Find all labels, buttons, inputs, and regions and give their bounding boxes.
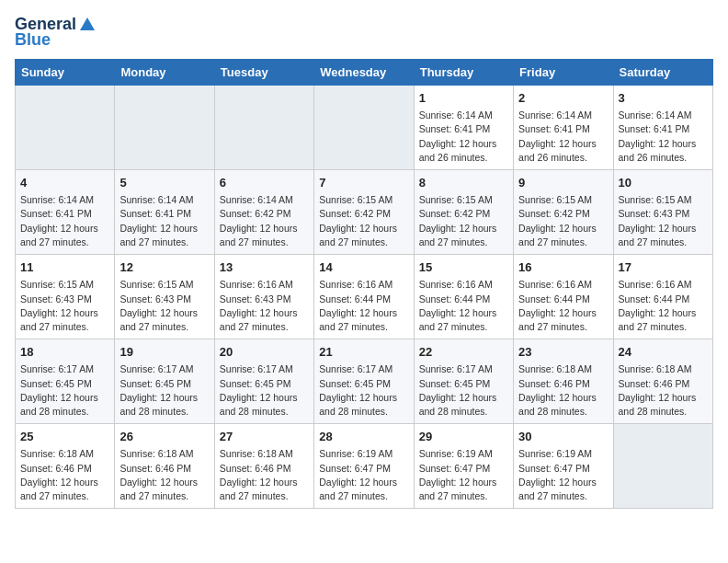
calendar-day: 29Sunrise: 6:19 AMSunset: 6:47 PMDayligh… — [414, 424, 513, 509]
day-number: 22 — [419, 344, 508, 361]
day-info: Sunrise: 6:17 AMSunset: 6:45 PMDaylight:… — [419, 362, 508, 419]
day-number: 25 — [20, 429, 109, 445]
day-number: 16 — [518, 259, 608, 276]
day-info: Sunrise: 6:14 AMSunset: 6:41 PMDaylight:… — [119, 193, 209, 249]
calendar-day: 5Sunrise: 6:14 AMSunset: 6:41 PMDaylight… — [115, 170, 214, 255]
day-info: Sunrise: 6:16 AMSunset: 6:44 PMDaylight:… — [619, 278, 708, 334]
day-info: Sunrise: 6:15 AMSunset: 6:43 PMDaylight:… — [20, 278, 109, 334]
calendar-table: SundayMondayTuesdayWednesdayThursdayFrid… — [15, 59, 713, 509]
calendar-week-row: 25Sunrise: 6:18 AMSunset: 6:46 PMDayligh… — [16, 424, 713, 509]
calendar-day: 20Sunrise: 6:17 AMSunset: 6:45 PMDayligh… — [214, 339, 313, 424]
calendar-day: 13Sunrise: 6:16 AMSunset: 6:43 PMDayligh… — [214, 255, 313, 339]
calendar-day: 3Sunrise: 6:14 AMSunset: 6:41 PMDaylight… — [613, 86, 712, 170]
logo-blue-text: Blue — [15, 30, 51, 50]
day-number: 10 — [619, 175, 708, 191]
weekday-header: Friday — [514, 60, 613, 86]
weekday-header: Monday — [115, 60, 214, 86]
day-number: 18 — [20, 344, 109, 361]
calendar-day: 18Sunrise: 6:17 AMSunset: 6:45 PMDayligh… — [16, 339, 115, 424]
calendar-day: 17Sunrise: 6:16 AMSunset: 6:44 PMDayligh… — [613, 255, 712, 339]
day-info: Sunrise: 6:15 AMSunset: 6:42 PMDaylight:… — [319, 193, 408, 249]
day-number: 5 — [119, 175, 209, 191]
calendar-day: 28Sunrise: 6:19 AMSunset: 6:47 PMDayligh… — [314, 424, 414, 509]
day-info: Sunrise: 6:18 AMSunset: 6:46 PMDaylight:… — [119, 447, 209, 503]
day-number: 20 — [220, 344, 309, 361]
weekday-header: Tuesday — [214, 60, 313, 86]
day-number: 3 — [619, 90, 708, 107]
day-info: Sunrise: 6:14 AMSunset: 6:41 PMDaylight:… — [518, 109, 608, 165]
calendar-day: 24Sunrise: 6:18 AMSunset: 6:46 PMDayligh… — [613, 339, 712, 424]
day-number: 21 — [319, 344, 408, 361]
day-number: 26 — [119, 429, 209, 445]
weekday-header: Thursday — [414, 60, 513, 86]
day-number: 7 — [319, 175, 408, 191]
svg-marker-0 — [80, 17, 95, 30]
calendar-day — [115, 86, 214, 170]
day-number: 9 — [518, 175, 608, 191]
calendar-day: 1Sunrise: 6:14 AMSunset: 6:41 PMDaylight… — [414, 86, 513, 170]
header: General Blue — [15, 15, 713, 50]
day-info: Sunrise: 6:17 AMSunset: 6:45 PMDaylight:… — [119, 362, 209, 419]
calendar-day: 4Sunrise: 6:14 AMSunset: 6:41 PMDaylight… — [16, 170, 115, 255]
day-info: Sunrise: 6:15 AMSunset: 6:42 PMDaylight:… — [419, 193, 508, 249]
calendar-day — [613, 424, 712, 509]
calendar-day: 16Sunrise: 6:16 AMSunset: 6:44 PMDayligh… — [514, 255, 613, 339]
calendar-day: 21Sunrise: 6:17 AMSunset: 6:45 PMDayligh… — [314, 339, 414, 424]
day-number: 24 — [619, 344, 708, 361]
day-info: Sunrise: 6:14 AMSunset: 6:41 PMDaylight:… — [619, 109, 708, 165]
weekday-header: Wednesday — [314, 60, 414, 86]
day-info: Sunrise: 6:16 AMSunset: 6:44 PMDaylight:… — [319, 278, 408, 334]
day-number: 28 — [319, 429, 408, 445]
calendar-day: 15Sunrise: 6:16 AMSunset: 6:44 PMDayligh… — [414, 255, 513, 339]
calendar-day — [16, 86, 115, 170]
day-number: 27 — [220, 429, 309, 445]
calendar-day — [214, 86, 313, 170]
calendar-body: 1Sunrise: 6:14 AMSunset: 6:41 PMDaylight… — [16, 86, 713, 509]
day-info: Sunrise: 6:15 AMSunset: 6:42 PMDaylight:… — [518, 193, 608, 249]
day-number: 23 — [518, 344, 608, 361]
calendar-day: 11Sunrise: 6:15 AMSunset: 6:43 PMDayligh… — [16, 255, 115, 339]
day-info: Sunrise: 6:17 AMSunset: 6:45 PMDaylight:… — [20, 362, 109, 419]
calendar-day: 6Sunrise: 6:14 AMSunset: 6:42 PMDaylight… — [214, 170, 313, 255]
logo-icon — [78, 16, 97, 34]
day-number: 11 — [20, 259, 109, 276]
day-number: 13 — [220, 259, 309, 276]
day-number: 6 — [220, 175, 309, 191]
day-info: Sunrise: 6:19 AMSunset: 6:47 PMDaylight:… — [419, 447, 508, 503]
calendar-day: 27Sunrise: 6:18 AMSunset: 6:46 PMDayligh… — [214, 424, 313, 509]
day-number: 15 — [419, 259, 508, 276]
day-info: Sunrise: 6:18 AMSunset: 6:46 PMDaylight:… — [220, 447, 309, 503]
day-info: Sunrise: 6:14 AMSunset: 6:42 PMDaylight:… — [220, 193, 309, 249]
day-info: Sunrise: 6:19 AMSunset: 6:47 PMDaylight:… — [319, 447, 408, 503]
day-info: Sunrise: 6:14 AMSunset: 6:41 PMDaylight:… — [20, 193, 109, 249]
weekday-header: Sunday — [16, 60, 115, 86]
day-info: Sunrise: 6:16 AMSunset: 6:44 PMDaylight:… — [518, 278, 608, 334]
day-number: 14 — [319, 259, 408, 276]
calendar-day: 19Sunrise: 6:17 AMSunset: 6:45 PMDayligh… — [115, 339, 214, 424]
day-number: 8 — [419, 175, 508, 191]
day-number: 29 — [419, 429, 508, 445]
calendar-day: 8Sunrise: 6:15 AMSunset: 6:42 PMDaylight… — [414, 170, 513, 255]
day-info: Sunrise: 6:19 AMSunset: 6:47 PMDaylight:… — [518, 447, 608, 503]
day-number: 12 — [119, 259, 209, 276]
calendar-day: 30Sunrise: 6:19 AMSunset: 6:47 PMDayligh… — [514, 424, 613, 509]
calendar-day: 7Sunrise: 6:15 AMSunset: 6:42 PMDaylight… — [314, 170, 414, 255]
calendar-day: 2Sunrise: 6:14 AMSunset: 6:41 PMDaylight… — [514, 86, 613, 170]
day-info: Sunrise: 6:18 AMSunset: 6:46 PMDaylight:… — [619, 362, 708, 419]
calendar-day — [314, 86, 414, 170]
day-number: 4 — [20, 175, 109, 191]
calendar-header: SundayMondayTuesdayWednesdayThursdayFrid… — [16, 60, 713, 86]
day-info: Sunrise: 6:17 AMSunset: 6:45 PMDaylight:… — [220, 362, 309, 419]
calendar-day: 22Sunrise: 6:17 AMSunset: 6:45 PMDayligh… — [414, 339, 513, 424]
calendar-day: 12Sunrise: 6:15 AMSunset: 6:43 PMDayligh… — [115, 255, 214, 339]
day-info: Sunrise: 6:14 AMSunset: 6:41 PMDaylight:… — [419, 109, 508, 165]
day-number: 17 — [619, 259, 708, 276]
day-info: Sunrise: 6:16 AMSunset: 6:43 PMDaylight:… — [220, 278, 309, 334]
calendar-week-row: 18Sunrise: 6:17 AMSunset: 6:45 PMDayligh… — [16, 339, 713, 424]
day-info: Sunrise: 6:17 AMSunset: 6:45 PMDaylight:… — [319, 362, 408, 419]
day-info: Sunrise: 6:16 AMSunset: 6:44 PMDaylight:… — [419, 278, 508, 334]
calendar-week-row: 4Sunrise: 6:14 AMSunset: 6:41 PMDaylight… — [16, 170, 713, 255]
calendar-day: 26Sunrise: 6:18 AMSunset: 6:46 PMDayligh… — [115, 424, 214, 509]
calendar-day: 25Sunrise: 6:18 AMSunset: 6:46 PMDayligh… — [16, 424, 115, 509]
day-number: 2 — [518, 90, 608, 107]
